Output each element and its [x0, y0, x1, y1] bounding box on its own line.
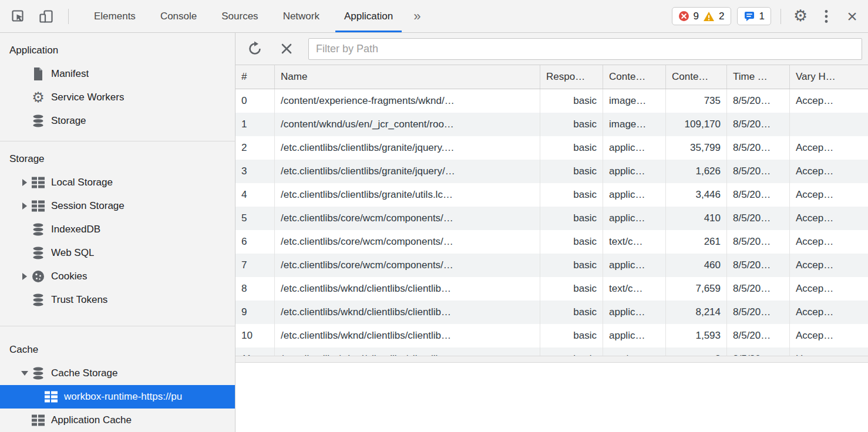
- table-row[interactable]: 9 /etc.clientlibs/wknd/clientlibs/client…: [235, 301, 868, 324]
- cell-time-cached: 8/5/20…: [727, 230, 790, 254]
- cell-time-cached: 8/5/20…: [727, 207, 790, 230]
- cell-time-cached: 8/5/20…: [727, 113, 790, 136]
- kebab-menu-icon[interactable]: [816, 6, 836, 26]
- sidebar-item-label: Application Cache: [51, 414, 132, 426]
- chevron-right-icon[interactable]: [19, 273, 31, 280]
- tab-network[interactable]: Network: [271, 0, 332, 32]
- cell-content-length: 1,593: [666, 324, 727, 347]
- sidebar-item-session-storage[interactable]: Session Storage: [0, 194, 235, 218]
- table-row[interactable]: 4 /etc.clientlibs/clientlibs/granite/uti…: [235, 183, 868, 207]
- cell-content-type: applic…: [603, 254, 666, 277]
- sidebar-item-application-cache[interactable]: Application Cache: [0, 409, 235, 432]
- sidebar-item-label: Web SQL: [51, 247, 94, 259]
- sidebar-section-storage: Storage Local Storage: [0, 141, 235, 326]
- table-row[interactable]: 6 /etc.clientlibs/core/wcm/components/… …: [235, 230, 868, 254]
- cell-content-length: 8,214: [666, 301, 727, 324]
- sidebar-item-web-sql[interactable]: Web SQL: [0, 241, 235, 265]
- inspect-element-icon[interactable]: [8, 6, 28, 26]
- cell-response-type: basic: [540, 160, 603, 183]
- sidebar-item-label: Trust Tokens: [51, 294, 107, 306]
- sidebar-item-cookies[interactable]: Cookies: [0, 265, 235, 288]
- table-row[interactable]: 1 /content/wknd/us/en/_jcr_content/roo… …: [235, 113, 868, 136]
- cell-time-cached: 8/5/20…: [727, 301, 790, 324]
- table-row[interactable]: 7 /etc.clientlibs/core/wcm/components/… …: [235, 254, 868, 277]
- chevron-down-icon[interactable]: [19, 371, 31, 376]
- database-icon: [31, 366, 46, 380]
- issues-badge[interactable]: 9 2: [672, 7, 731, 25]
- section-title: Cache: [0, 332, 235, 362]
- sidebar-item-label: Cache Storage: [51, 367, 117, 379]
- device-toolbar-icon[interactable]: [36, 6, 56, 26]
- tab-elements[interactable]: Elements: [82, 0, 148, 32]
- cell-name: /content/experience-fragments/wknd/…: [275, 89, 540, 113]
- table-row[interactable]: 11 /etc.clientlibs/wknd/clientlibs/clien…: [235, 347, 868, 356]
- cell-vary-header: Accep…: [790, 183, 868, 207]
- close-icon[interactable]: ×: [842, 6, 862, 26]
- cell-index: 7: [235, 254, 275, 277]
- filter-by-path-input[interactable]: [308, 38, 862, 60]
- sidebar-item-local-storage[interactable]: Local Storage: [0, 171, 235, 194]
- cell-index: 5: [235, 207, 275, 230]
- cell-index: 11: [235, 347, 275, 356]
- cell-time-cached: 8/5/20…: [727, 324, 790, 347]
- cell-content-length: 1,626: [666, 160, 727, 183]
- table-row[interactable]: 5 /etc.clientlibs/core/wcm/components/… …: [235, 207, 868, 230]
- cell-content-type: applic…: [603, 324, 666, 347]
- warning-icon: [703, 11, 715, 22]
- cell-name: /etc.clientlibs/clientlibs/granite/jquer…: [275, 136, 540, 160]
- cell-content-type: text/c…: [603, 230, 666, 254]
- preview-splitter-handle[interactable]: [235, 356, 868, 363]
- table-row[interactable]: 3 /etc.clientlibs/clientlibs/granite/jqu…: [235, 160, 868, 183]
- messages-badge[interactable]: 1: [737, 7, 771, 25]
- column-header-vary-header[interactable]: Vary H…: [790, 65, 868, 89]
- database-icon: [31, 114, 46, 128]
- tabbar-left-icons: [0, 0, 72, 32]
- cell-content-length: 2: [666, 347, 727, 356]
- sidebar-item-storage[interactable]: Storage: [0, 109, 235, 133]
- sidebar-item-workbox-cache[interactable]: workbox-runtime-https://pu: [0, 385, 235, 409]
- tab-application[interactable]: Application: [332, 0, 405, 32]
- tab-sources[interactable]: Sources: [209, 0, 270, 32]
- tab-console[interactable]: Console: [148, 0, 209, 32]
- table-row[interactable]: 2 /etc.clientlibs/clientlibs/granite/jqu…: [235, 136, 868, 160]
- sidebar-item-cache-storage[interactable]: Cache Storage: [0, 362, 235, 385]
- more-tabs-chevron-icon[interactable]: »: [405, 0, 429, 32]
- refresh-icon[interactable]: [245, 39, 265, 59]
- cell-time-cached: 8/5/20…: [727, 347, 790, 356]
- cell-response-type: basic: [540, 324, 603, 347]
- cell-content-type: applic…: [603, 183, 666, 207]
- cache-entry-preview-pane: [235, 363, 868, 432]
- table-row[interactable]: 0 /content/experience-fragments/wknd/… b…: [235, 89, 868, 113]
- table-row[interactable]: 10 /etc.clientlibs/wknd/clientlibs/clien…: [235, 324, 868, 347]
- sidebar-item-manifest[interactable]: Manifest: [0, 62, 235, 86]
- chevron-right-icon[interactable]: [19, 203, 31, 210]
- sidebar-item-indexeddb[interactable]: IndexedDB: [0, 218, 235, 241]
- tabbar-right-controls: 9 2 1: [672, 0, 868, 32]
- cell-content-type: applic…: [603, 301, 666, 324]
- clear-icon[interactable]: [277, 39, 297, 59]
- tabbar-divider: [68, 9, 69, 24]
- sidebar-item-trust-tokens[interactable]: Trust Tokens: [0, 288, 235, 312]
- cell-time-cached: 8/5/20…: [727, 136, 790, 160]
- cell-content-length: 3,446: [666, 183, 727, 207]
- column-header-index[interactable]: #: [235, 65, 275, 89]
- table-body: 0 /content/experience-fragments/wknd/… b…: [235, 89, 868, 356]
- cell-index: 10: [235, 324, 275, 347]
- column-header-content-length[interactable]: Conte…: [666, 65, 727, 89]
- table-row[interactable]: 8 /etc.clientlibs/wknd/clientlibs/client…: [235, 277, 868, 301]
- column-header-response-type[interactable]: Respo…: [540, 65, 603, 89]
- column-header-content-type[interactable]: Conte…: [603, 65, 666, 89]
- document-icon: [31, 67, 46, 81]
- sidebar-item-label: Session Storage: [51, 200, 125, 212]
- cell-name: /etc.clientlibs/core/wcm/components/…: [275, 207, 540, 230]
- sidebar-item-service-workers[interactable]: ⚙ Service Workers: [0, 86, 235, 109]
- cell-time-cached: 8/5/20…: [727, 254, 790, 277]
- sidebar-item-label: Service Workers: [51, 92, 124, 103]
- chevron-right-icon[interactable]: [19, 179, 31, 186]
- settings-gear-icon[interactable]: ⚙: [790, 6, 810, 26]
- column-header-name[interactable]: Name: [275, 65, 540, 89]
- gear-icon: ⚙: [31, 89, 46, 106]
- cell-time-cached: 8/5/20…: [727, 89, 790, 113]
- column-header-time-cached[interactable]: Time …: [727, 65, 790, 89]
- sidebar-item-label: IndexedDB: [51, 224, 100, 235]
